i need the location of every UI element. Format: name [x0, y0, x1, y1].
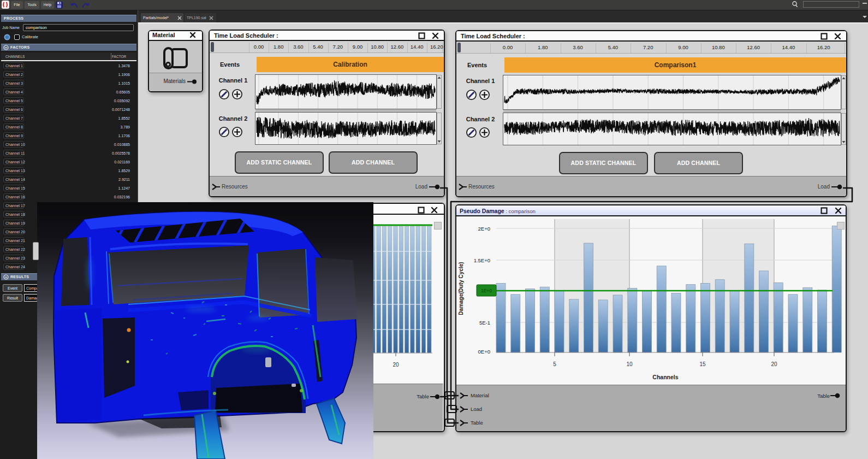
svg-text:15: 15 — [699, 361, 706, 367]
svg-text:20: 20 — [393, 362, 399, 368]
svg-text:Damage(Duty Cycle): Damage(Duty Cycle) — [458, 262, 464, 315]
svg-text:1E+0: 1E+0 — [481, 288, 492, 293]
svg-text:5E-1: 5E-1 — [479, 320, 490, 326]
svg-text:20: 20 — [771, 361, 777, 367]
svg-text:2E+0: 2E+0 — [478, 226, 490, 232]
svg-text:5: 5 — [553, 361, 556, 367]
svg-text:0E+0: 0E+0 — [478, 349, 490, 355]
svg-text:Channels: Channels — [652, 374, 678, 380]
svg-text:10: 10 — [626, 361, 633, 367]
svg-text:1.5E+0: 1.5E+0 — [474, 257, 490, 263]
